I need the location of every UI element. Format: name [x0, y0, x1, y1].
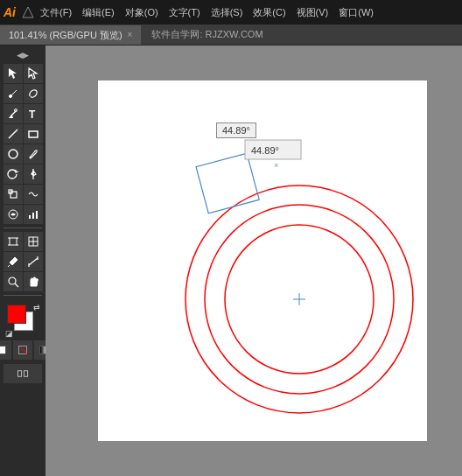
svg-rect-11 [10, 192, 17, 198]
tool-row-9 [4, 232, 43, 251]
tab-label: 101.41% (RGB/GPU 预览) [9, 25, 122, 45]
svg-text:×: × [274, 161, 278, 170]
magic-wand-tool[interactable] [4, 84, 23, 103]
menu-edit[interactable]: 编辑(E) [77, 6, 120, 19]
app-logo: Ai [4, 5, 16, 19]
canvas-area[interactable]: 44.89° × 44.89° [46, 46, 462, 476]
lasso-tool[interactable] [24, 84, 43, 103]
svg-rect-15 [32, 213, 34, 219]
svg-rect-17 [10, 238, 17, 245]
menu-window[interactable]: 窗口(W) [333, 6, 379, 19]
tool-row-3: T [4, 104, 43, 123]
svg-rect-14 [29, 215, 31, 219]
tools-panel: ◀▶ T [0, 46, 46, 476]
tool-row-7 [4, 185, 43, 204]
svg-line-26 [29, 258, 38, 265]
line-tool[interactable] [4, 124, 23, 144]
svg-line-5 [9, 130, 18, 138]
svg-point-2 [9, 95, 11, 98]
tool-row-2 [4, 84, 43, 103]
svg-marker-0 [23, 7, 33, 18]
hand-tool[interactable] [24, 272, 43, 291]
foreground-color-swatch[interactable] [7, 304, 26, 324]
svg-line-30 [15, 284, 18, 287]
ellipse-tool[interactable] [4, 144, 23, 164]
svg-text:T: T [29, 108, 36, 120]
direct-selection-tool[interactable] [24, 64, 43, 83]
drawing-surface[interactable]: 44.89° × [46, 46, 462, 476]
menu-file[interactable]: 文件(F) [35, 6, 77, 19]
svg-rect-31 [18, 371, 21, 376]
document-tab[interactable]: 101.41% (RGB/GPU 预览) × [0, 25, 141, 45]
screen-mode-area [4, 364, 42, 383]
toolbar-collapse[interactable]: ◀▶ [4, 49, 42, 61]
screen-mode-button[interactable] [4, 364, 42, 383]
menu-select[interactable]: 选择(S) [206, 6, 248, 19]
angle-value: 44.89° [222, 125, 250, 136]
tool-row-10 [4, 252, 43, 271]
slice-tool[interactable] [24, 232, 43, 251]
paintbrush-tool[interactable] [24, 144, 43, 164]
tool-row-11 [4, 272, 43, 291]
watermark: 软件自学网: RJZXW.COM [141, 28, 262, 41]
svg-rect-38 [196, 153, 259, 214]
main-layout: ◀▶ T [0, 46, 462, 476]
symbol-tool[interactable] [4, 205, 23, 224]
menu-text[interactable]: 文字(T) [164, 6, 206, 19]
app-icon [21, 5, 35, 19]
tool-separator-1 [4, 228, 42, 228]
svg-rect-32 [24, 371, 27, 376]
tool-row-1 [4, 64, 43, 83]
selection-tool[interactable] [4, 64, 23, 83]
pen-tool[interactable] [4, 104, 23, 123]
angle-tooltip: 44.89° [216, 122, 256, 138]
warp-tool[interactable] [24, 185, 43, 204]
reflect-tool[interactable] [24, 164, 43, 184]
eyedropper-tool[interactable] [4, 252, 23, 271]
graph-tool[interactable] [24, 205, 43, 224]
swap-colors-button[interactable]: ⇄ [33, 303, 40, 312]
color-swatches: ⇄ ◪ [4, 303, 42, 338]
svg-text:44.89°: 44.89° [251, 145, 279, 156]
rotate-tool[interactable] [4, 164, 23, 184]
svg-point-7 [9, 150, 18, 158]
svg-point-29 [9, 277, 16, 284]
scale-tool[interactable] [4, 185, 23, 204]
svg-marker-10 [33, 171, 36, 176]
tool-row-8 [4, 205, 43, 224]
svg-rect-16 [36, 211, 38, 219]
tool-row-6 [4, 164, 43, 184]
zoom-tool[interactable] [4, 272, 23, 291]
artboard-tool[interactable] [4, 232, 23, 251]
svg-line-25 [8, 265, 10, 267]
menu-view[interactable]: 视图(V) [291, 6, 334, 19]
type-tool[interactable]: T [24, 104, 43, 123]
none-button[interactable] [13, 340, 32, 360]
tabbar: 101.41% (RGB/GPU 预览) × 软件自学网: RJZXW.COM [0, 24, 462, 46]
menu-effect[interactable]: 效果(C) [248, 6, 290, 19]
tool-separator-2 [4, 295, 42, 296]
fill-button[interactable] [0, 340, 11, 360]
tool-row-4 [4, 124, 43, 144]
default-colors-button[interactable]: ◪ [5, 329, 13, 338]
titlebar: Ai 文件(F) 编辑(E) 对象(O) 文字(T) 选择(S) 效果(C) 视… [0, 0, 462, 24]
tab-close-button[interactable]: × [128, 25, 133, 45]
menu-object[interactable]: 对象(O) [120, 6, 164, 19]
measure-tool[interactable] [24, 252, 43, 271]
svg-rect-6 [29, 131, 38, 137]
tool-row-5 [4, 144, 43, 164]
rectangle-tool[interactable] [24, 124, 43, 144]
